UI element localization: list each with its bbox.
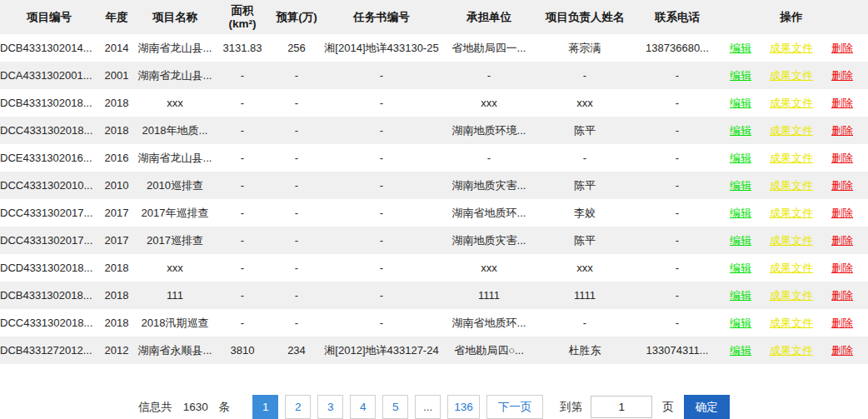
page-number-button[interactable]: ... [415,395,441,419]
cell-project-name: 2010巡排查 [135,178,215,193]
cell-project-id: DCC4331302010... [0,179,98,192]
next-page-button[interactable]: 下一页 [486,395,544,419]
page-number-button[interactable]: 2 [285,395,311,419]
header-area-title: 面积 [215,4,270,17]
table-row: DCE4331302016... 2016 湖南省龙山县... - - - - … [0,144,868,172]
edit-link[interactable]: 编辑 [730,233,751,248]
delete-link[interactable]: 删除 [831,316,853,331]
edit-link[interactable]: 编辑 [730,41,751,56]
record-count-prefix: 信息共 [138,400,172,415]
cell-unit: xxx [440,97,538,109]
cell-area: - [215,152,270,164]
delete-link[interactable]: 删除 [831,41,853,56]
header-budget: 预算(万) [270,10,323,25]
cell-unit: 省地勘局四一... [440,41,538,56]
delete-link[interactable]: 删除 [831,233,853,248]
cell-project-id: DCC4331302018... [0,317,98,329]
projects-table: 项目编号 年度 项目名称 面积 (km²) 预算(万) 任务书编号 承担单位 项… [0,0,868,364]
cell-task-number: - [323,179,440,192]
cell-unit: - [440,69,538,82]
cell-project-id: DCB4331302018... [0,289,98,302]
edit-link[interactable]: 编辑 [730,261,751,276]
header-leader-name: 项目负责人姓名 [538,10,631,25]
result-file-link[interactable]: 成果文件 [770,151,813,166]
table-row: DCB4331302018... 2018 111 - - - 1111 111… [0,282,868,309]
cell-area: - [215,179,270,192]
cell-unit: 湖南地质环境... [440,123,538,138]
table-row: DCA4331302001... 2001 湖南省龙山县... - - - - … [0,62,868,89]
cell-phone: 133074311... [631,344,723,357]
delete-link[interactable]: 删除 [831,151,853,166]
result-file-link[interactable]: 成果文件 [770,178,813,193]
result-file-link[interactable]: 成果文件 [770,343,813,358]
cell-task-number: - [323,124,440,137]
cell-budget: - [270,179,323,192]
cell-leader-name: 蒋宗满 [538,41,631,56]
cell-operations: 编辑 成果文件 删除 [723,151,868,166]
cell-project-id: DCD4331302018... [0,262,98,274]
cell-leader-name: - [538,152,631,164]
edit-link[interactable]: 编辑 [730,96,751,111]
edit-link[interactable]: 编辑 [730,178,751,193]
cell-unit: 1111 [440,289,538,302]
edit-link[interactable]: 编辑 [730,288,751,303]
edit-link[interactable]: 编辑 [730,316,751,331]
cell-task-number: - [323,317,440,329]
result-file-link[interactable]: 成果文件 [770,68,813,83]
confirm-button[interactable]: 确定 [684,395,730,419]
page-number-button[interactable]: 136 [447,395,480,419]
cell-operations: 编辑 成果文件 删除 [723,316,868,331]
cell-task-number: - [323,262,440,274]
delete-link[interactable]: 删除 [831,178,853,193]
result-file-link[interactable]: 成果文件 [770,261,813,276]
delete-link[interactable]: 删除 [831,68,853,83]
delete-link[interactable]: 删除 [831,261,853,276]
result-file-link[interactable]: 成果文件 [770,206,813,221]
delete-link[interactable]: 删除 [831,123,853,138]
delete-link[interactable]: 删除 [831,288,853,303]
cell-phone: - [631,152,723,164]
cell-phone: - [631,234,723,247]
cell-area: - [215,234,270,247]
cell-budget: - [270,262,323,274]
cell-leader-name: - [538,317,631,329]
delete-link[interactable]: 删除 [831,96,853,111]
edit-link[interactable]: 编辑 [730,343,751,358]
header-unit: 承担单位 [440,10,538,25]
cell-project-name: 湖南省龙山县... [135,68,215,83]
table-row: DCC4331302018... 2018 2018年地质... - - - 湖… [0,117,868,144]
cell-budget: - [270,207,323,219]
record-count-suffix: 条 [219,400,231,415]
result-file-link[interactable]: 成果文件 [770,316,813,331]
goto-page-input[interactable] [591,396,652,418]
result-file-link[interactable]: 成果文件 [770,41,813,56]
cell-project-name: 湖南省龙山县... [135,151,215,166]
edit-link[interactable]: 编辑 [730,206,751,221]
cell-project-name: 2018年地质... [135,123,215,138]
cell-project-name: xxx [135,97,215,109]
table-row: DCC4331302017... 2017 2017巡排查 - - - 湖南地质… [0,227,868,254]
delete-link[interactable]: 删除 [831,343,853,358]
page-number-button[interactable]: 3 [317,395,343,419]
table-row: DCB4331302014... 2014 湖南省龙山县... 3131.83 … [0,34,868,62]
result-file-link[interactable]: 成果文件 [770,96,813,111]
page-number-button[interactable]: 5 [382,395,408,419]
result-file-link[interactable]: 成果文件 [770,123,813,138]
page-number-button[interactable]: 4 [350,395,376,419]
cell-phone: - [631,179,723,192]
edit-link[interactable]: 编辑 [730,123,751,138]
cell-operations: 编辑 成果文件 删除 [723,206,868,221]
page-number-button[interactable]: 1 [252,395,278,419]
table-row: DCB4331302018... 2018 xxx - - - xxx xxx … [0,89,868,117]
edit-link[interactable]: 编辑 [730,151,751,166]
goto-page-group: 到第 页 确定 [558,395,730,419]
cell-project-name: 111 [135,289,215,302]
result-file-link[interactable]: 成果文件 [770,288,813,303]
delete-link[interactable]: 删除 [831,206,853,221]
edit-link[interactable]: 编辑 [730,68,751,83]
cell-area: 3131.83 [215,42,270,54]
result-file-link[interactable]: 成果文件 [770,233,813,248]
cell-year: 2017 [98,207,135,219]
cell-task-number: - [323,152,440,164]
cell-unit: xxx [440,262,538,274]
